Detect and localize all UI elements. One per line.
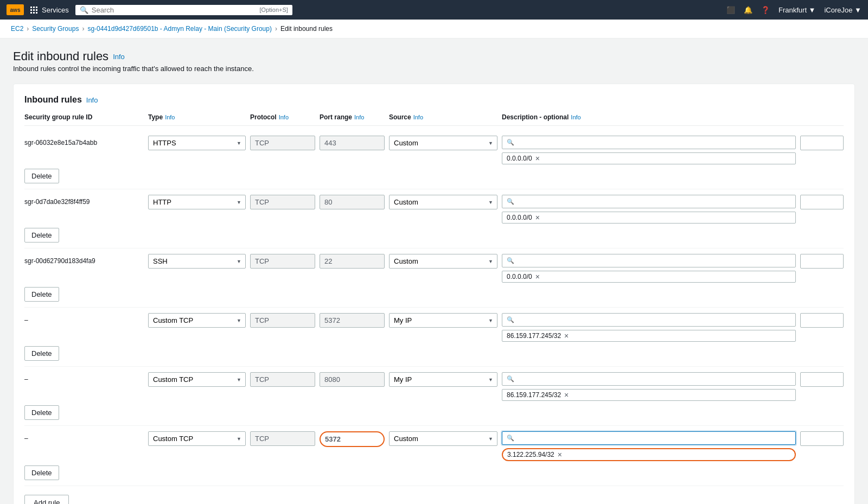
region-selector[interactable]: Frankfurt ▼	[778, 6, 816, 14]
search-hint: [Option+S]	[260, 7, 288, 13]
ip-tag-remove[interactable]: ×	[535, 273, 540, 280]
ip-search-field[interactable]: 🔍	[502, 254, 796, 267]
ip-search-input[interactable]	[516, 197, 791, 206]
port-input[interactable]	[320, 195, 385, 209]
ip-search-input[interactable]	[516, 434, 791, 442]
breadcrumb-current: Edit inbound rules	[280, 25, 333, 33]
port-field	[320, 313, 385, 328]
description-input[interactable]	[800, 372, 844, 387]
breadcrumb-ec2[interactable]: EC2	[11, 25, 23, 33]
description-cell	[800, 313, 844, 328]
port-input[interactable]	[320, 254, 385, 269]
ip-search-input[interactable]	[516, 257, 791, 265]
th-port: Port range Info	[320, 113, 385, 121]
port-input[interactable]	[320, 372, 385, 387]
user-menu[interactable]: iCoreJoe ▼	[824, 6, 861, 14]
add-rule-button[interactable]: Add rule	[24, 495, 69, 504]
port-input[interactable]	[320, 431, 385, 447]
description-cell	[800, 431, 844, 446]
actions-cell: Delete	[24, 346, 144, 361]
type-select[interactable]: Custom TCP	[148, 372, 246, 387]
description-input[interactable]	[800, 195, 844, 209]
ip-search-field[interactable]: 🔍	[502, 313, 796, 327]
th-actions	[800, 113, 844, 121]
source-select[interactable]: Custom	[389, 136, 497, 150]
port-field	[320, 431, 385, 447]
terminal-icon[interactable]: ⬛	[726, 6, 735, 14]
type-select[interactable]: HTTPS	[148, 136, 246, 150]
description-input[interactable]	[800, 431, 844, 446]
protocol-field	[250, 372, 315, 387]
th-protocol-info[interactable]: Info	[279, 114, 289, 120]
breadcrumb-sg[interactable]: sg-0441d9d427d69501b - Admyn Relay - Mai…	[87, 25, 272, 33]
actions-cell: Delete	[24, 405, 144, 420]
source-select[interactable]: Custom	[389, 431, 497, 446]
search-input[interactable]	[92, 6, 257, 14]
type-select[interactable]: Custom TCP	[148, 431, 246, 446]
source-select[interactable]: Custom	[389, 195, 497, 209]
delete-button[interactable]: Delete	[24, 228, 59, 243]
ip-search-input[interactable]	[516, 138, 791, 146]
type-select[interactable]: HTTP	[148, 195, 246, 209]
delete-button[interactable]: Delete	[24, 465, 59, 480]
type-select[interactable]: SSH	[148, 254, 246, 269]
actions-cell: Delete	[24, 228, 144, 243]
ip-tag: 86.159.177.245/32×	[502, 330, 796, 342]
description-input[interactable]	[800, 313, 844, 328]
source-cell: Custom	[389, 254, 497, 269]
source-select[interactable]: My IP	[389, 372, 497, 387]
source-select-wrapper: Custom	[389, 136, 497, 150]
th-rule-id: Security group rule ID	[24, 113, 144, 121]
delete-button[interactable]: Delete	[24, 169, 59, 183]
description-cell	[800, 254, 844, 269]
ip-tag-remove[interactable]: ×	[564, 391, 569, 399]
help-icon[interactable]: ❓	[761, 6, 770, 14]
delete-button[interactable]: Delete	[24, 287, 59, 302]
delete-button[interactable]: Delete	[24, 346, 59, 361]
type-select[interactable]: Custom TCP	[148, 313, 246, 328]
ip-search-input[interactable]	[516, 316, 791, 324]
th-source-info[interactable]: Info	[413, 114, 423, 120]
ip-tag-remove[interactable]: ×	[558, 451, 562, 458]
ip-cell: 🔍86.159.177.245/32×	[502, 313, 796, 342]
ip-tag-text: 0.0.0.0/0	[507, 214, 532, 221]
source-select-wrapper: Custom	[389, 254, 497, 269]
ip-tag-text: 86.159.177.245/32	[507, 391, 561, 399]
breadcrumb-security-groups[interactable]: Security Groups	[32, 25, 79, 33]
card-info-link[interactable]: Info	[86, 96, 98, 104]
source-select[interactable]: My IP	[389, 313, 497, 328]
ip-search-field[interactable]: 🔍	[502, 431, 796, 445]
search-bar[interactable]: 🔍 [Option+S]	[75, 5, 292, 15]
bell-icon[interactable]: 🔔	[744, 6, 752, 14]
ip-tag: 0.0.0.0/0×	[502, 152, 796, 164]
search-icon: 🔍	[507, 139, 514, 146]
type-select-wrapper: Custom TCP	[148, 372, 246, 387]
services-button[interactable]: Services	[30, 6, 69, 14]
th-desc-info[interactable]: Info	[571, 114, 580, 120]
description-cell	[800, 372, 844, 387]
ip-tag-remove[interactable]: ×	[564, 332, 569, 340]
ip-tag: 86.159.177.245/32×	[502, 389, 796, 401]
page-info-link[interactable]: Info	[113, 53, 125, 61]
ip-tag-remove[interactable]: ×	[535, 214, 540, 221]
ip-search-field[interactable]: 🔍	[502, 195, 796, 208]
breadcrumb-sep-1: ›	[27, 25, 29, 33]
ip-search-input[interactable]	[516, 375, 791, 383]
search-icon: 🔍	[507, 316, 514, 323]
th-type-info[interactable]: Info	[165, 114, 175, 120]
description-input[interactable]	[800, 136, 844, 150]
ip-search-field[interactable]: 🔍	[502, 136, 796, 149]
protocol-field	[250, 431, 315, 446]
port-input[interactable]	[320, 136, 385, 150]
port-input[interactable]	[320, 313, 385, 328]
source-select[interactable]: Custom	[389, 254, 497, 269]
description-input[interactable]	[800, 254, 844, 269]
grid-icon	[30, 7, 37, 14]
port-field	[320, 254, 385, 269]
th-port-info[interactable]: Info	[354, 114, 364, 120]
port-field	[320, 136, 385, 150]
delete-button[interactable]: Delete	[24, 405, 59, 420]
ip-tag: 0.0.0.0/0×	[502, 271, 796, 283]
ip-tag-remove[interactable]: ×	[535, 155, 540, 162]
ip-search-field[interactable]: 🔍	[502, 372, 796, 386]
